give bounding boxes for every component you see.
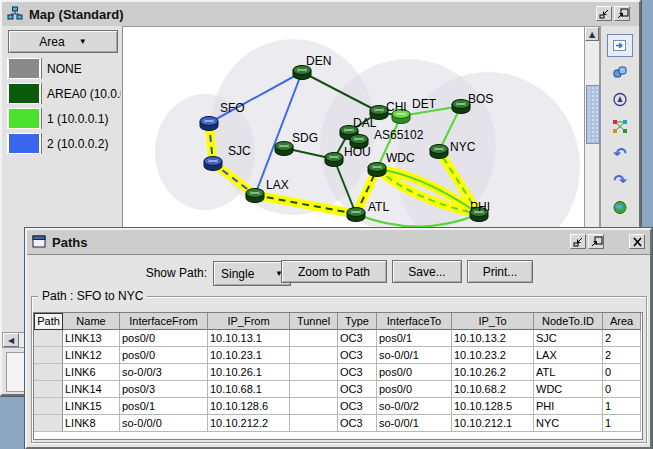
table-cell[interactable]: 10.10.128.5 bbox=[452, 398, 534, 415]
table-cell[interactable]: LAX bbox=[534, 347, 603, 364]
table-cell[interactable]: 10.10.26.2 bbox=[452, 364, 534, 381]
column-header-tunnel[interactable]: Tunnel bbox=[290, 313, 338, 330]
table-cell[interactable]: OC3 bbox=[338, 330, 377, 347]
table-cell[interactable]: 10.10.212.1 bbox=[452, 415, 534, 432]
table-cell[interactable] bbox=[290, 381, 338, 398]
map-node-NYC[interactable] bbox=[430, 145, 448, 159]
row-header-cell[interactable] bbox=[34, 415, 63, 432]
table-cell[interactable]: 10.10.13.1 bbox=[208, 330, 290, 347]
table-cell[interactable]: OC3 bbox=[338, 347, 377, 364]
table-cell[interactable] bbox=[290, 364, 338, 381]
maximize-button[interactable] bbox=[614, 6, 630, 21]
table-cell[interactable]: 10.10.128.6 bbox=[208, 398, 290, 415]
scrollbar-thumb[interactable] bbox=[586, 85, 600, 144]
close-button[interactable] bbox=[629, 234, 645, 249]
zoom-to-path-button[interactable]: Zoom to Path bbox=[281, 260, 387, 283]
save-button[interactable]: Save... bbox=[392, 260, 462, 283]
area-selector-combo[interactable]: Area ▼ bbox=[8, 30, 118, 53]
table-cell[interactable]: 10.10.212.2 bbox=[208, 415, 290, 432]
fit-window-icon[interactable] bbox=[607, 34, 633, 57]
table-cell[interactable]: pos0/3 bbox=[120, 381, 208, 398]
table-cell[interactable]: OC3 bbox=[338, 415, 377, 432]
table-cell[interactable]: OC3 bbox=[338, 364, 377, 381]
row-header-cell[interactable] bbox=[34, 398, 63, 415]
column-header-interfaceto[interactable]: InterfaceTo bbox=[377, 313, 452, 330]
redo-icon[interactable]: ↷ bbox=[607, 169, 633, 192]
table-cell[interactable]: 1 bbox=[603, 415, 641, 432]
column-header-nodeto.id[interactable]: NodeTo.ID bbox=[534, 313, 603, 330]
table-cell[interactable] bbox=[290, 347, 338, 364]
table-cell[interactable]: LINK6 bbox=[63, 364, 120, 381]
table-cell[interactable]: ATL bbox=[534, 364, 603, 381]
table-cell[interactable]: so-0/0/0 bbox=[120, 415, 208, 432]
table-cell[interactable]: LINK13 bbox=[63, 330, 120, 347]
table-cell[interactable]: pos0/1 bbox=[377, 330, 452, 347]
map-node-ATL[interactable] bbox=[347, 208, 365, 222]
table-cell[interactable]: pos0/1 bbox=[120, 398, 208, 415]
table-cell[interactable]: LINK12 bbox=[63, 347, 120, 364]
table-cell[interactable]: 2 bbox=[603, 330, 641, 347]
iconify-button[interactable] bbox=[570, 234, 586, 249]
table-cell[interactable]: OC3 bbox=[338, 381, 377, 398]
undo-icon[interactable]: ↶ bbox=[607, 142, 633, 165]
path-mode-combo[interactable]: Single ▼ bbox=[213, 261, 291, 286]
table-cell[interactable]: WDC bbox=[534, 381, 603, 398]
table-cell[interactable]: so-0/0/1 bbox=[377, 347, 452, 364]
table-cell[interactable]: 10.10.26.1 bbox=[208, 364, 290, 381]
table-cell[interactable]: 10.10.13.2 bbox=[452, 330, 534, 347]
map-window-titlebar[interactable]: Map (Standard) bbox=[2, 2, 639, 27]
table-cell[interactable]: 10.10.23.1 bbox=[208, 347, 290, 364]
table-cell[interactable]: 1 bbox=[603, 398, 641, 415]
column-header-ip_from[interactable]: IP_From bbox=[208, 313, 290, 330]
table-cell[interactable] bbox=[290, 398, 338, 415]
path-table-scrollpane[interactable]: PathNameInterfaceFromIP_FromTunnelTypeIn… bbox=[33, 312, 643, 440]
legend-item[interactable]: NONE bbox=[7, 58, 121, 79]
map-node-LAX[interactable] bbox=[246, 189, 264, 203]
table-cell[interactable]: pos0/0 bbox=[377, 364, 452, 381]
row-header-cell[interactable] bbox=[34, 364, 63, 381]
scroll-up-button[interactable]: ▲ bbox=[585, 27, 599, 41]
legend-item[interactable]: AREA0 (10.0.0.0) bbox=[7, 83, 121, 104]
pointer-mode-icon[interactable] bbox=[607, 88, 633, 111]
table-cell[interactable]: pos0/0 bbox=[377, 381, 452, 398]
table-cell[interactable]: so-0/0/2 bbox=[377, 398, 452, 415]
map-node-SDG[interactable] bbox=[275, 142, 293, 156]
table-cell[interactable]: 10.10.68.2 bbox=[452, 381, 534, 398]
table-cell[interactable]: 10.10.68.1 bbox=[208, 381, 290, 398]
paths-window-titlebar[interactable]: Paths bbox=[27, 230, 650, 255]
table-cell[interactable]: 2 bbox=[603, 347, 641, 364]
row-header-cell[interactable] bbox=[34, 347, 63, 364]
column-header-area[interactable]: Area bbox=[603, 313, 641, 330]
table-cell[interactable]: NYC bbox=[534, 415, 603, 432]
print-button[interactable]: Print... bbox=[467, 260, 533, 283]
legend-item[interactable]: 1 (10.0.0.1) bbox=[7, 108, 121, 129]
table-cell[interactable]: LINK15 bbox=[63, 398, 120, 415]
column-header-name[interactable]: Name bbox=[63, 313, 120, 330]
map-node-H3[interactable] bbox=[325, 153, 343, 167]
map-node-WDC[interactable] bbox=[368, 163, 386, 177]
table-cell[interactable]: pos0/0 bbox=[120, 330, 208, 347]
column-header-path[interactable]: Path bbox=[34, 313, 63, 330]
globe-icon[interactable] bbox=[607, 196, 633, 219]
column-header-interfacefrom[interactable]: InterfaceFrom bbox=[120, 313, 208, 330]
map-node-SFO[interactable] bbox=[200, 117, 218, 131]
table-cell[interactable]: LINK8 bbox=[63, 415, 120, 432]
table-cell[interactable]: so-0/0/1 bbox=[377, 415, 452, 432]
scroll-left-button[interactable]: ◀ bbox=[3, 333, 19, 347]
row-header-cell[interactable] bbox=[34, 330, 63, 347]
map-views-icon[interactable] bbox=[607, 61, 633, 84]
maximize-button[interactable] bbox=[588, 234, 604, 249]
table-cell[interactable]: so-0/0/3 bbox=[120, 364, 208, 381]
table-cell[interactable]: SJC bbox=[534, 330, 603, 347]
column-header-type[interactable]: Type bbox=[338, 313, 377, 330]
topology-layout-icon[interactable] bbox=[607, 115, 633, 138]
table-cell[interactable]: OC3 bbox=[338, 398, 377, 415]
table-cell[interactable]: 0 bbox=[603, 364, 641, 381]
table-cell[interactable]: pos0/0 bbox=[120, 347, 208, 364]
table-cell[interactable]: PHI bbox=[534, 398, 603, 415]
table-cell[interactable] bbox=[290, 330, 338, 347]
table-cell[interactable]: 10.10.23.2 bbox=[452, 347, 534, 364]
row-header-cell[interactable] bbox=[34, 381, 63, 398]
table-cell[interactable]: 0 bbox=[603, 381, 641, 398]
legend-item[interactable]: 2 (10.0.0.2) bbox=[7, 133, 121, 154]
